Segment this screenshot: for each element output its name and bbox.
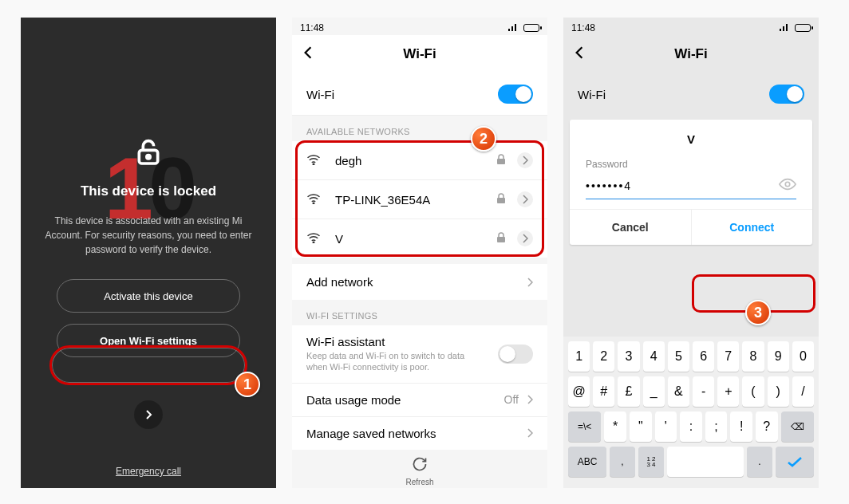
svg-rect-3 — [497, 159, 505, 164]
screen-wifi-password: 11:48 Wi-Fi Wi-Fi V Password — [563, 18, 819, 488]
keyboard-key[interactable]: ) — [768, 376, 789, 407]
wifi-icon — [306, 193, 322, 207]
keyboard-key[interactable]: ' — [655, 411, 677, 442]
status-bar: 11:48 — [563, 18, 819, 35]
wifi-assistant-toggle[interactable] — [498, 345, 533, 364]
add-network-row[interactable]: Add network — [292, 258, 547, 300]
show-password-icon[interactable] — [779, 178, 796, 194]
wifi-header: Wi-Fi — [563, 35, 819, 73]
wifi-header: Wi-Fi — [292, 35, 547, 73]
keyboard-key[interactable]: _ — [643, 376, 665, 407]
refresh-button[interactable]: Refresh — [292, 450, 547, 488]
keyboard-key[interactable]: ? — [756, 411, 778, 442]
battery-icon — [795, 24, 811, 32]
keyboard-key[interactable]: . — [747, 447, 772, 477]
callout-badge-3: 3 — [754, 305, 762, 321]
back-button[interactable] — [575, 45, 584, 63]
next-chevron-button[interactable] — [134, 400, 163, 429]
network-row[interactable]: degh — [292, 141, 547, 180]
manage-saved-row[interactable]: Manage saved networks — [292, 417, 547, 450]
keyboard-key[interactable]: ( — [742, 376, 764, 407]
screen-wifi-list: 11:48 Wi-Fi Wi-Fi AVAILABLE NETWORKS deg… — [292, 18, 547, 488]
wifi-toggle-row: Wi-Fi — [292, 73, 547, 116]
network-details-button[interactable] — [517, 191, 533, 207]
wifi-toggle[interactable] — [498, 85, 533, 104]
keyboard-key[interactable]: £ — [618, 376, 639, 407]
network-name: degh — [335, 154, 496, 167]
keyboard-key[interactable]: 9 — [768, 341, 789, 372]
data-usage-row[interactable]: Data usage mode Off — [292, 384, 547, 417]
password-label: Password — [586, 159, 796, 170]
keyboard-key[interactable]: 4 — [643, 341, 665, 372]
wifi-toggle[interactable] — [769, 85, 804, 104]
lock-icon — [496, 154, 507, 167]
keyboard-key[interactable]: 1 — [568, 341, 590, 372]
signal-icon — [779, 24, 790, 32]
keyboard-key[interactable]: ⌫ — [781, 411, 814, 442]
keyboard-key[interactable]: ! — [730, 411, 752, 442]
keyboard-key[interactable]: * — [604, 411, 626, 442]
network-details-button[interactable] — [517, 230, 533, 246]
chevron-right-icon — [527, 428, 533, 438]
svg-rect-7 — [497, 237, 505, 242]
keyboard-key[interactable] — [667, 447, 744, 477]
signal-icon — [507, 24, 519, 32]
keyboard-key[interactable]: - — [693, 376, 714, 407]
network-name: V — [335, 232, 496, 246]
back-button[interactable] — [303, 45, 313, 63]
keyboard-key[interactable]: @ — [568, 376, 590, 407]
password-dialog: V Password Cancel Connect — [570, 120, 812, 245]
keyboard-key[interactable]: / — [792, 376, 814, 407]
keyboard-key[interactable]: & — [668, 376, 689, 407]
keyboard-key[interactable]: # — [593, 376, 614, 407]
network-details-button[interactable] — [517, 152, 533, 168]
svg-point-4 — [313, 203, 314, 204]
keyboard-key[interactable]: 6 — [693, 341, 714, 372]
network-name: TP-LINK_36E54A — [335, 193, 496, 207]
status-time: 11:48 — [571, 22, 595, 33]
keyboard-key[interactable]: : — [680, 411, 702, 442]
network-list: deghTP-LINK_36E54AV — [292, 141, 547, 258]
locked-title: This device is locked — [81, 183, 216, 199]
on-screen-keyboard[interactable]: 1234567890 @#£_&-+()/ =\<*"':;!?⌫ ABC,1 … — [563, 337, 819, 488]
activate-device-button[interactable]: Activate this device — [57, 279, 240, 313]
chevron-right-icon — [527, 395, 533, 404]
cancel-button[interactable]: Cancel — [570, 210, 692, 245]
locked-description: This device is associated with an existi… — [34, 214, 263, 257]
keyboard-key[interactable]: 7 — [717, 341, 739, 372]
keyboard-key[interactable]: =\< — [568, 411, 601, 442]
callout-badge-2: 2 — [480, 131, 488, 148]
keyboard-key[interactable]: , — [610, 447, 635, 477]
keyboard-key[interactable]: 0 — [792, 341, 814, 372]
keyboard-key[interactable]: ; — [705, 411, 728, 442]
available-networks-header: AVAILABLE NETWORKS — [292, 116, 547, 141]
chevron-right-icon — [527, 278, 533, 287]
lock-icon — [496, 193, 507, 207]
status-time: 11:48 — [300, 22, 324, 33]
page-title: Wi-Fi — [403, 46, 436, 62]
dialog-ssid: V — [570, 120, 812, 154]
keyboard-key[interactable]: 5 — [668, 341, 689, 372]
connect-button[interactable]: Connect — [692, 210, 813, 245]
network-row[interactable]: V — [292, 219, 547, 258]
keyboard-key[interactable]: 3 — [618, 341, 639, 372]
open-wifi-settings-button[interactable]: Open Wi-Fi settings — [57, 324, 240, 357]
emergency-call-link[interactable]: Emergency call — [116, 466, 181, 477]
callout-badge-1: 1 — [243, 376, 251, 393]
svg-point-1 — [147, 156, 150, 159]
password-input[interactable] — [586, 179, 779, 192]
svg-rect-5 — [497, 198, 505, 203]
wifi-settings-header: WI-FI SETTINGS — [292, 300, 547, 325]
keyboard-key[interactable]: 2 — [593, 341, 614, 372]
page-title: Wi-Fi — [674, 46, 707, 62]
screen-device-locked: 10 This device is locked This device is … — [21, 18, 276, 488]
keyboard-key[interactable]: " — [630, 411, 652, 442]
network-row[interactable]: TP-LINK_36E54A — [292, 180, 547, 219]
keyboard-key[interactable]: 8 — [742, 341, 764, 372]
keyboard-key[interactable]: ABC — [568, 447, 606, 477]
keyboard-key[interactable] — [776, 447, 814, 477]
keyboard-key[interactable]: 1 23 4 — [638, 447, 664, 477]
svg-point-2 — [313, 163, 314, 165]
keyboard-key[interactable]: + — [717, 376, 739, 407]
wifi-assistant-row[interactable]: Wi-Fi assistant Keep data and Wi-Fi on t… — [292, 325, 547, 384]
